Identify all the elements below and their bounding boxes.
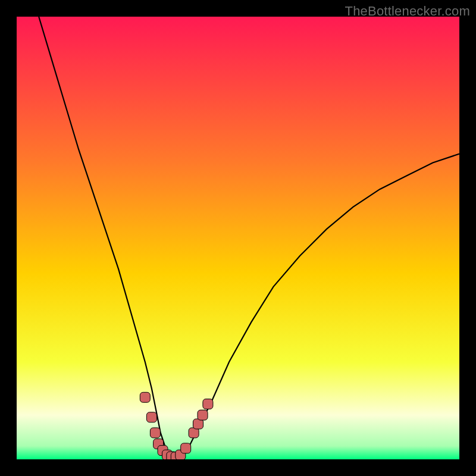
heatmap-background <box>17 17 459 459</box>
watermark-text: TheBottlenecker.com <box>345 4 470 19</box>
data-marker <box>198 410 208 420</box>
data-marker <box>203 399 213 409</box>
data-marker <box>181 443 191 453</box>
data-marker <box>140 392 150 402</box>
plot-svg <box>17 17 459 459</box>
plot-area <box>17 17 459 459</box>
data-marker <box>146 412 156 422</box>
data-marker <box>150 428 160 438</box>
